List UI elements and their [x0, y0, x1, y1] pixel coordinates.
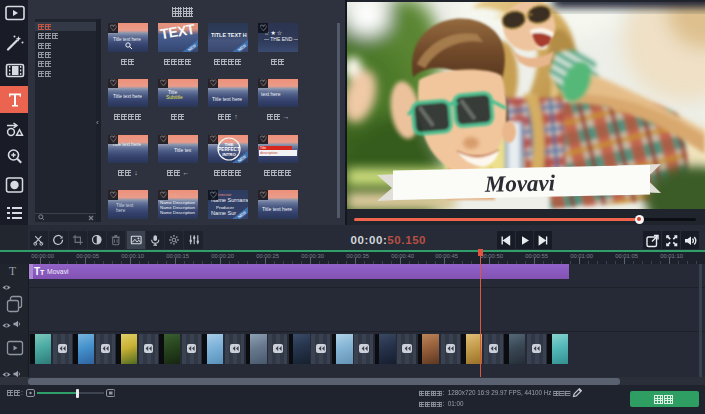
svg-text:INTRO: INTRO	[222, 152, 236, 157]
svg-text:Movavi: Movavi	[484, 170, 556, 196]
